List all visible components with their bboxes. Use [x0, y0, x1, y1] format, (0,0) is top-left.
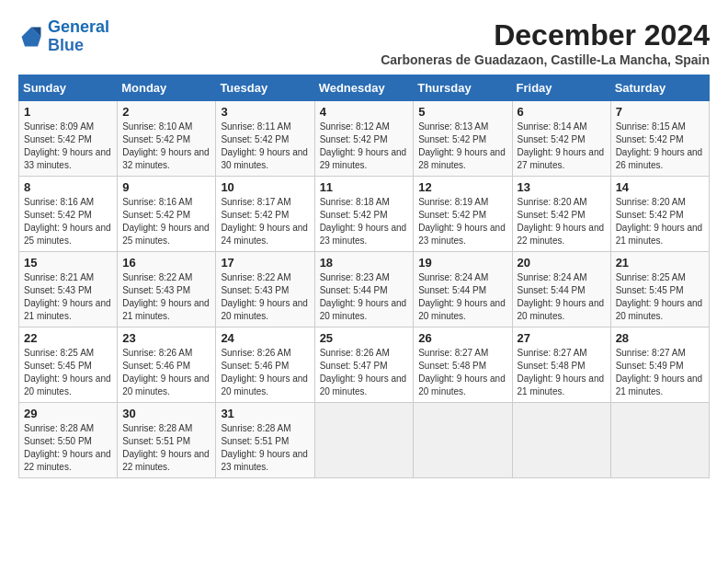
day-cell: 22Sunrise: 8:25 AM Sunset: 5:45 PM Dayli…	[19, 327, 118, 403]
day-number: 20	[518, 256, 606, 270]
day-number: 23	[122, 331, 210, 345]
day-number: 22	[24, 331, 112, 345]
day-number: 29	[24, 407, 112, 420]
day-info: Sunrise: 8:27 AM Sunset: 5:49 PM Dayligh…	[616, 347, 704, 398]
header-day-monday: Monday	[118, 75, 216, 101]
logo-line2: Blue	[48, 36, 84, 54]
day-info: Sunrise: 8:24 AM Sunset: 5:44 PM Dayligh…	[518, 271, 606, 323]
day-info: Sunrise: 8:27 AM Sunset: 5:48 PM Dayligh…	[418, 347, 506, 398]
day-number: 16	[122, 256, 210, 270]
day-info: Sunrise: 8:25 AM Sunset: 5:45 PM Dayligh…	[24, 347, 112, 398]
day-cell	[414, 403, 512, 478]
day-number: 15	[24, 256, 112, 270]
header-day-saturday: Saturday	[610, 75, 709, 101]
day-cell: 14Sunrise: 8:20 AM Sunset: 5:42 PM Dayli…	[610, 177, 709, 252]
day-cell: 18Sunrise: 8:23 AM Sunset: 5:44 PM Dayli…	[314, 252, 414, 327]
day-cell: 4Sunrise: 8:12 AM Sunset: 5:42 PM Daylig…	[314, 101, 414, 177]
day-number: 24	[221, 331, 309, 345]
day-number: 2	[122, 105, 210, 119]
day-info: Sunrise: 8:28 AM Sunset: 5:50 PM Dayligh…	[24, 422, 112, 474]
day-cell: 2Sunrise: 8:10 AM Sunset: 5:42 PM Daylig…	[118, 101, 216, 177]
header-day-wednesday: Wednesday	[314, 75, 414, 101]
page-header: General Blue December 2024 Carboneras de…	[18, 18, 710, 67]
day-number: 27	[518, 331, 606, 345]
day-info: Sunrise: 8:18 AM Sunset: 5:42 PM Dayligh…	[320, 196, 409, 247]
day-number: 14	[616, 180, 704, 194]
day-cell: 28Sunrise: 8:27 AM Sunset: 5:49 PM Dayli…	[610, 327, 709, 403]
day-number: 13	[518, 180, 606, 194]
day-cell: 9Sunrise: 8:16 AM Sunset: 5:42 PM Daylig…	[118, 177, 216, 252]
day-cell	[512, 403, 610, 478]
day-cell: 12Sunrise: 8:19 AM Sunset: 5:42 PM Dayli…	[414, 177, 512, 252]
header-day-friday: Friday	[512, 75, 610, 101]
day-cell: 3Sunrise: 8:11 AM Sunset: 5:42 PM Daylig…	[216, 101, 314, 177]
day-info: Sunrise: 8:20 AM Sunset: 5:42 PM Dayligh…	[518, 196, 606, 247]
day-number: 26	[418, 331, 506, 345]
day-cell: 8Sunrise: 8:16 AM Sunset: 5:42 PM Daylig…	[19, 177, 118, 252]
day-number: 8	[24, 180, 112, 194]
day-info: Sunrise: 8:16 AM Sunset: 5:42 PM Dayligh…	[24, 196, 112, 247]
day-number: 3	[221, 105, 309, 119]
day-info: Sunrise: 8:21 AM Sunset: 5:43 PM Dayligh…	[24, 271, 112, 323]
day-info: Sunrise: 8:12 AM Sunset: 5:42 PM Dayligh…	[320, 121, 409, 172]
week-row-2: 8Sunrise: 8:16 AM Sunset: 5:42 PM Daylig…	[19, 177, 710, 252]
day-number: 17	[221, 256, 309, 270]
day-number: 31	[221, 407, 309, 420]
day-number: 18	[320, 256, 409, 270]
day-cell: 10Sunrise: 8:17 AM Sunset: 5:42 PM Dayli…	[216, 177, 314, 252]
day-number: 5	[418, 105, 506, 119]
day-cell: 26Sunrise: 8:27 AM Sunset: 5:48 PM Dayli…	[414, 327, 512, 403]
day-number: 11	[320, 180, 409, 194]
day-number: 21	[616, 256, 704, 270]
day-cell: 25Sunrise: 8:26 AM Sunset: 5:47 PM Dayli…	[314, 327, 414, 403]
title-block: December 2024 Carboneras de Guadazaon, C…	[381, 18, 710, 67]
day-cell: 6Sunrise: 8:14 AM Sunset: 5:42 PM Daylig…	[512, 101, 610, 177]
day-cell: 31Sunrise: 8:28 AM Sunset: 5:51 PM Dayli…	[216, 403, 314, 478]
week-row-5: 29Sunrise: 8:28 AM Sunset: 5:50 PM Dayli…	[19, 403, 710, 478]
day-info: Sunrise: 8:26 AM Sunset: 5:46 PM Dayligh…	[122, 347, 210, 398]
logo-line1: General	[48, 17, 109, 36]
day-info: Sunrise: 8:28 AM Sunset: 5:51 PM Dayligh…	[122, 422, 210, 474]
logo: General Blue	[18, 18, 109, 55]
day-number: 19	[418, 256, 506, 270]
day-cell: 19Sunrise: 8:24 AM Sunset: 5:44 PM Dayli…	[414, 252, 512, 327]
day-number: 9	[122, 180, 210, 194]
logo-text: General Blue	[48, 18, 109, 55]
day-cell: 27Sunrise: 8:27 AM Sunset: 5:48 PM Dayli…	[512, 327, 610, 403]
location-subtitle: Carboneras de Guadazaon, Castille-La Man…	[381, 52, 710, 67]
day-info: Sunrise: 8:17 AM Sunset: 5:42 PM Dayligh…	[221, 196, 309, 247]
calendar-table: SundayMondayTuesdayWednesdayThursdayFrid…	[18, 75, 710, 478]
day-cell: 21Sunrise: 8:25 AM Sunset: 5:45 PM Dayli…	[610, 252, 709, 327]
day-number: 7	[616, 105, 704, 119]
day-info: Sunrise: 8:26 AM Sunset: 5:47 PM Dayligh…	[320, 347, 409, 398]
day-info: Sunrise: 8:15 AM Sunset: 5:42 PM Dayligh…	[616, 121, 704, 172]
day-info: Sunrise: 8:13 AM Sunset: 5:42 PM Dayligh…	[418, 121, 506, 172]
header-row: SundayMondayTuesdayWednesdayThursdayFrid…	[19, 75, 710, 101]
week-row-4: 22Sunrise: 8:25 AM Sunset: 5:45 PM Dayli…	[19, 327, 710, 403]
day-info: Sunrise: 8:22 AM Sunset: 5:43 PM Dayligh…	[221, 271, 309, 323]
day-cell: 30Sunrise: 8:28 AM Sunset: 5:51 PM Dayli…	[118, 403, 216, 478]
day-info: Sunrise: 8:19 AM Sunset: 5:42 PM Dayligh…	[418, 196, 506, 247]
day-info: Sunrise: 8:14 AM Sunset: 5:42 PM Dayligh…	[518, 121, 606, 172]
day-info: Sunrise: 8:22 AM Sunset: 5:43 PM Dayligh…	[122, 271, 210, 323]
day-cell: 5Sunrise: 8:13 AM Sunset: 5:42 PM Daylig…	[414, 101, 512, 177]
month-title: December 2024	[381, 18, 710, 52]
day-cell: 16Sunrise: 8:22 AM Sunset: 5:43 PM Dayli…	[118, 252, 216, 327]
day-info: Sunrise: 8:20 AM Sunset: 5:42 PM Dayligh…	[616, 196, 704, 247]
header-day-thursday: Thursday	[414, 75, 512, 101]
day-cell: 24Sunrise: 8:26 AM Sunset: 5:46 PM Dayli…	[216, 327, 314, 403]
day-number: 25	[320, 331, 409, 345]
day-info: Sunrise: 8:16 AM Sunset: 5:42 PM Dayligh…	[122, 196, 210, 247]
day-number: 6	[518, 105, 606, 119]
day-number: 12	[418, 180, 506, 194]
day-info: Sunrise: 8:27 AM Sunset: 5:48 PM Dayligh…	[518, 347, 606, 398]
day-cell	[610, 403, 709, 478]
day-info: Sunrise: 8:09 AM Sunset: 5:42 PM Dayligh…	[24, 121, 112, 172]
day-info: Sunrise: 8:11 AM Sunset: 5:42 PM Dayligh…	[221, 121, 309, 172]
logo-icon	[18, 24, 44, 50]
day-number: 1	[24, 105, 112, 119]
day-info: Sunrise: 8:10 AM Sunset: 5:42 PM Dayligh…	[122, 121, 210, 172]
day-info: Sunrise: 8:23 AM Sunset: 5:44 PM Dayligh…	[320, 271, 409, 323]
day-cell: 1Sunrise: 8:09 AM Sunset: 5:42 PM Daylig…	[19, 101, 118, 177]
day-cell: 29Sunrise: 8:28 AM Sunset: 5:50 PM Dayli…	[19, 403, 118, 478]
